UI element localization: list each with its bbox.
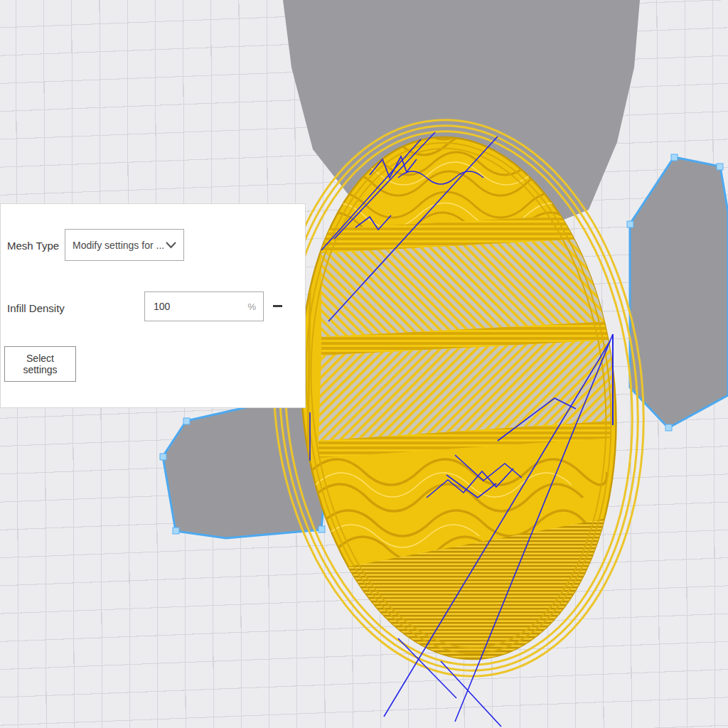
per-model-settings-panel: Mesh Type Modify settings for ... Infill… [0,203,306,408]
minus-icon [273,305,282,307]
chevron-down-icon [166,242,176,249]
mesh-type-value: Modify settings for ... [73,240,164,251]
selected-plate-left[interactable] [160,400,328,538]
sliced-model[interactable] [251,105,666,692]
remove-setting-button[interactable] [270,299,284,313]
mesh-type-dropdown[interactable]: Modify settings for ... [65,229,184,261]
infill-density-unit: % [247,301,256,312]
select-settings-button[interactable]: Select settings [4,346,76,382]
infill-density-field[interactable]: % [144,291,264,321]
cura-viewport-window: Mesh Type Modify settings for ... Infill… [0,0,728,728]
mesh-type-label: Mesh Type [7,240,59,252]
infill-density-input[interactable] [152,300,247,313]
infill-density-label: Infill Density [7,302,65,314]
